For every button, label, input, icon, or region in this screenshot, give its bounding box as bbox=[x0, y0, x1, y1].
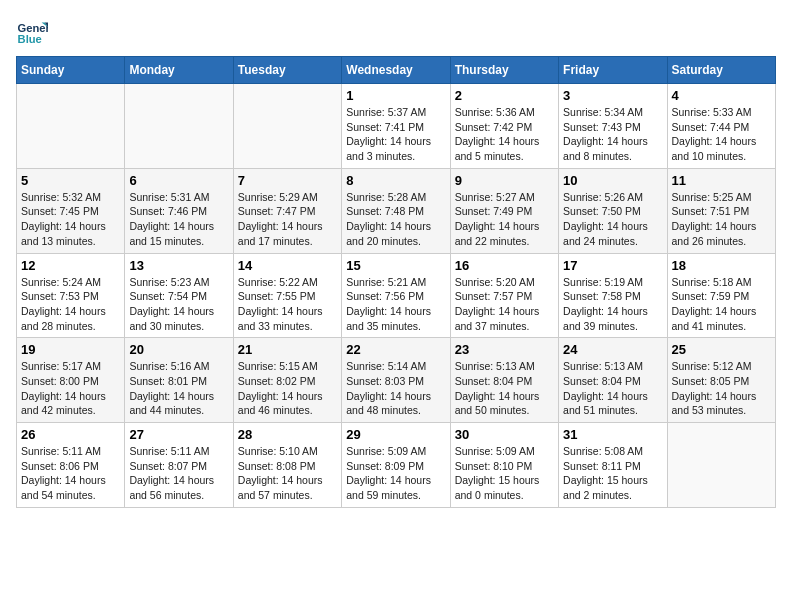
day-info: Sunrise: 5:32 AM Sunset: 7:45 PM Dayligh… bbox=[21, 190, 120, 249]
calendar-cell: 14Sunrise: 5:22 AM Sunset: 7:55 PM Dayli… bbox=[233, 253, 341, 338]
calendar-cell: 6Sunrise: 5:31 AM Sunset: 7:46 PM Daylig… bbox=[125, 168, 233, 253]
day-info: Sunrise: 5:17 AM Sunset: 8:00 PM Dayligh… bbox=[21, 359, 120, 418]
day-number: 17 bbox=[563, 258, 662, 273]
day-number: 30 bbox=[455, 427, 554, 442]
day-info: Sunrise: 5:15 AM Sunset: 8:02 PM Dayligh… bbox=[238, 359, 337, 418]
week-row-3: 12Sunrise: 5:24 AM Sunset: 7:53 PM Dayli… bbox=[17, 253, 776, 338]
day-info: Sunrise: 5:12 AM Sunset: 8:05 PM Dayligh… bbox=[672, 359, 771, 418]
calendar-cell: 10Sunrise: 5:26 AM Sunset: 7:50 PM Dayli… bbox=[559, 168, 667, 253]
day-number: 15 bbox=[346, 258, 445, 273]
day-number: 27 bbox=[129, 427, 228, 442]
calendar-cell: 4Sunrise: 5:33 AM Sunset: 7:44 PM Daylig… bbox=[667, 84, 775, 169]
day-info: Sunrise: 5:09 AM Sunset: 8:10 PM Dayligh… bbox=[455, 444, 554, 503]
day-info: Sunrise: 5:25 AM Sunset: 7:51 PM Dayligh… bbox=[672, 190, 771, 249]
calendar-cell: 29Sunrise: 5:09 AM Sunset: 8:09 PM Dayli… bbox=[342, 423, 450, 508]
calendar-cell: 27Sunrise: 5:11 AM Sunset: 8:07 PM Dayli… bbox=[125, 423, 233, 508]
day-info: Sunrise: 5:13 AM Sunset: 8:04 PM Dayligh… bbox=[563, 359, 662, 418]
svg-text:General: General bbox=[18, 22, 48, 34]
svg-text:Blue: Blue bbox=[18, 33, 42, 45]
calendar-cell: 8Sunrise: 5:28 AM Sunset: 7:48 PM Daylig… bbox=[342, 168, 450, 253]
day-info: Sunrise: 5:20 AM Sunset: 7:57 PM Dayligh… bbox=[455, 275, 554, 334]
calendar-cell: 30Sunrise: 5:09 AM Sunset: 8:10 PM Dayli… bbox=[450, 423, 558, 508]
day-number: 22 bbox=[346, 342, 445, 357]
day-info: Sunrise: 5:13 AM Sunset: 8:04 PM Dayligh… bbox=[455, 359, 554, 418]
day-info: Sunrise: 5:08 AM Sunset: 8:11 PM Dayligh… bbox=[563, 444, 662, 503]
calendar-cell: 22Sunrise: 5:14 AM Sunset: 8:03 PM Dayli… bbox=[342, 338, 450, 423]
day-info: Sunrise: 5:36 AM Sunset: 7:42 PM Dayligh… bbox=[455, 105, 554, 164]
day-number: 16 bbox=[455, 258, 554, 273]
day-info: Sunrise: 5:34 AM Sunset: 7:43 PM Dayligh… bbox=[563, 105, 662, 164]
calendar-cell: 18Sunrise: 5:18 AM Sunset: 7:59 PM Dayli… bbox=[667, 253, 775, 338]
calendar-cell bbox=[667, 423, 775, 508]
day-number: 28 bbox=[238, 427, 337, 442]
calendar-cell: 3Sunrise: 5:34 AM Sunset: 7:43 PM Daylig… bbox=[559, 84, 667, 169]
day-number: 24 bbox=[563, 342, 662, 357]
day-info: Sunrise: 5:09 AM Sunset: 8:09 PM Dayligh… bbox=[346, 444, 445, 503]
day-info: Sunrise: 5:28 AM Sunset: 7:48 PM Dayligh… bbox=[346, 190, 445, 249]
calendar-cell: 28Sunrise: 5:10 AM Sunset: 8:08 PM Dayli… bbox=[233, 423, 341, 508]
week-row-2: 5Sunrise: 5:32 AM Sunset: 7:45 PM Daylig… bbox=[17, 168, 776, 253]
day-number: 6 bbox=[129, 173, 228, 188]
calendar-cell: 12Sunrise: 5:24 AM Sunset: 7:53 PM Dayli… bbox=[17, 253, 125, 338]
day-number: 9 bbox=[455, 173, 554, 188]
day-number: 20 bbox=[129, 342, 228, 357]
day-number: 10 bbox=[563, 173, 662, 188]
day-info: Sunrise: 5:37 AM Sunset: 7:41 PM Dayligh… bbox=[346, 105, 445, 164]
week-row-5: 26Sunrise: 5:11 AM Sunset: 8:06 PM Dayli… bbox=[17, 423, 776, 508]
day-info: Sunrise: 5:27 AM Sunset: 7:49 PM Dayligh… bbox=[455, 190, 554, 249]
day-info: Sunrise: 5:29 AM Sunset: 7:47 PM Dayligh… bbox=[238, 190, 337, 249]
day-number: 8 bbox=[346, 173, 445, 188]
calendar-cell: 2Sunrise: 5:36 AM Sunset: 7:42 PM Daylig… bbox=[450, 84, 558, 169]
day-number: 21 bbox=[238, 342, 337, 357]
day-number: 1 bbox=[346, 88, 445, 103]
day-number: 14 bbox=[238, 258, 337, 273]
calendar-cell: 25Sunrise: 5:12 AM Sunset: 8:05 PM Dayli… bbox=[667, 338, 775, 423]
calendar-table: SundayMondayTuesdayWednesdayThursdayFrid… bbox=[16, 56, 776, 508]
calendar-cell: 31Sunrise: 5:08 AM Sunset: 8:11 PM Dayli… bbox=[559, 423, 667, 508]
day-info: Sunrise: 5:22 AM Sunset: 7:55 PM Dayligh… bbox=[238, 275, 337, 334]
day-number: 19 bbox=[21, 342, 120, 357]
calendar-cell bbox=[125, 84, 233, 169]
page-header: General Blue bbox=[16, 16, 776, 48]
day-header-sunday: Sunday bbox=[17, 57, 125, 84]
calendar-cell: 21Sunrise: 5:15 AM Sunset: 8:02 PM Dayli… bbox=[233, 338, 341, 423]
day-info: Sunrise: 5:11 AM Sunset: 8:06 PM Dayligh… bbox=[21, 444, 120, 503]
day-number: 18 bbox=[672, 258, 771, 273]
day-number: 11 bbox=[672, 173, 771, 188]
day-number: 12 bbox=[21, 258, 120, 273]
calendar-cell: 11Sunrise: 5:25 AM Sunset: 7:51 PM Dayli… bbox=[667, 168, 775, 253]
calendar-cell bbox=[17, 84, 125, 169]
calendar-cell: 19Sunrise: 5:17 AM Sunset: 8:00 PM Dayli… bbox=[17, 338, 125, 423]
day-number: 7 bbox=[238, 173, 337, 188]
calendar-cell: 1Sunrise: 5:37 AM Sunset: 7:41 PM Daylig… bbox=[342, 84, 450, 169]
day-header-tuesday: Tuesday bbox=[233, 57, 341, 84]
day-number: 5 bbox=[21, 173, 120, 188]
day-info: Sunrise: 5:21 AM Sunset: 7:56 PM Dayligh… bbox=[346, 275, 445, 334]
calendar-cell: 26Sunrise: 5:11 AM Sunset: 8:06 PM Dayli… bbox=[17, 423, 125, 508]
day-number: 3 bbox=[563, 88, 662, 103]
day-header-monday: Monday bbox=[125, 57, 233, 84]
day-number: 23 bbox=[455, 342, 554, 357]
day-header-thursday: Thursday bbox=[450, 57, 558, 84]
day-info: Sunrise: 5:10 AM Sunset: 8:08 PM Dayligh… bbox=[238, 444, 337, 503]
day-info: Sunrise: 5:26 AM Sunset: 7:50 PM Dayligh… bbox=[563, 190, 662, 249]
calendar-cell: 20Sunrise: 5:16 AM Sunset: 8:01 PM Dayli… bbox=[125, 338, 233, 423]
day-info: Sunrise: 5:23 AM Sunset: 7:54 PM Dayligh… bbox=[129, 275, 228, 334]
day-header-friday: Friday bbox=[559, 57, 667, 84]
day-header-saturday: Saturday bbox=[667, 57, 775, 84]
day-info: Sunrise: 5:33 AM Sunset: 7:44 PM Dayligh… bbox=[672, 105, 771, 164]
day-info: Sunrise: 5:24 AM Sunset: 7:53 PM Dayligh… bbox=[21, 275, 120, 334]
calendar-cell: 16Sunrise: 5:20 AM Sunset: 7:57 PM Dayli… bbox=[450, 253, 558, 338]
logo: General Blue bbox=[16, 16, 52, 48]
calendar-cell: 15Sunrise: 5:21 AM Sunset: 7:56 PM Dayli… bbox=[342, 253, 450, 338]
day-number: 4 bbox=[672, 88, 771, 103]
day-info: Sunrise: 5:16 AM Sunset: 8:01 PM Dayligh… bbox=[129, 359, 228, 418]
day-number: 26 bbox=[21, 427, 120, 442]
calendar-cell: 5Sunrise: 5:32 AM Sunset: 7:45 PM Daylig… bbox=[17, 168, 125, 253]
calendar-cell: 7Sunrise: 5:29 AM Sunset: 7:47 PM Daylig… bbox=[233, 168, 341, 253]
days-header-row: SundayMondayTuesdayWednesdayThursdayFrid… bbox=[17, 57, 776, 84]
day-info: Sunrise: 5:19 AM Sunset: 7:58 PM Dayligh… bbox=[563, 275, 662, 334]
calendar-cell bbox=[233, 84, 341, 169]
day-info: Sunrise: 5:31 AM Sunset: 7:46 PM Dayligh… bbox=[129, 190, 228, 249]
day-number: 25 bbox=[672, 342, 771, 357]
